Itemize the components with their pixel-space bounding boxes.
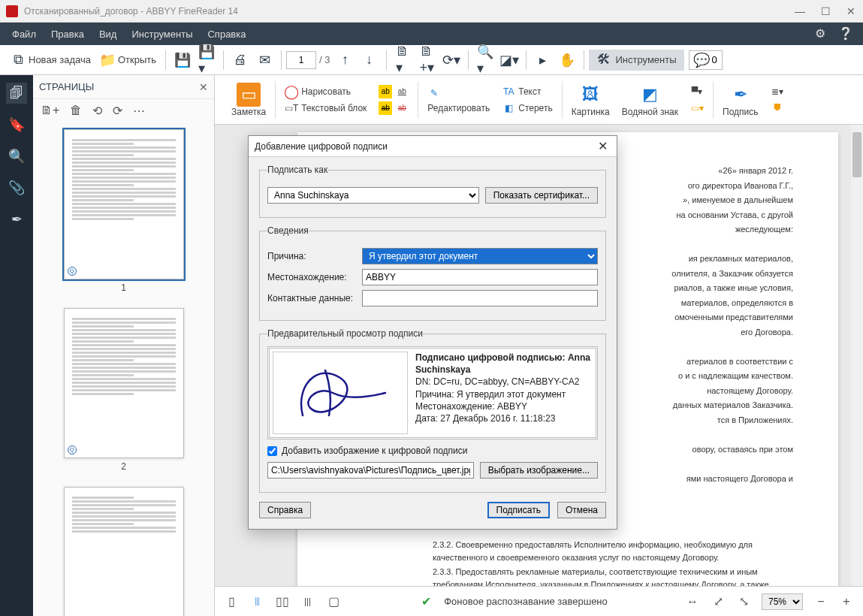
- close-button[interactable]: ✕: [845, 5, 857, 17]
- contact-input[interactable]: [362, 290, 598, 306]
- reason-select[interactable]: Я утвердил этот документ: [362, 248, 598, 264]
- save-button[interactable]: 💾: [170, 50, 195, 71]
- ribbon-watermark[interactable]: ◩ Водяной знак: [616, 77, 684, 122]
- rail-pages[interactable]: 🗐: [6, 83, 27, 104]
- ribbon-header-footer[interactable]: ▀▾: [690, 85, 704, 98]
- arrow-up-icon: ↑: [338, 53, 353, 68]
- add-blank-button[interactable]: 🗎+▾: [415, 50, 439, 71]
- vertical-scrollbar[interactable]: [851, 125, 863, 586]
- page-rotate-right-icon[interactable]: ⟳: [113, 104, 122, 118]
- doc-line: 2.3.2. Своевременно предоставлять Исполн…: [433, 539, 793, 563]
- ribbon-edit[interactable]: ✎: [427, 86, 490, 100]
- zoom-in-icon[interactable]: +: [839, 594, 854, 609]
- view-book-icon[interactable]: ⫼: [300, 594, 315, 609]
- zoom-out-icon[interactable]: −: [813, 594, 828, 609]
- maximize-button[interactable]: ☐: [819, 5, 831, 17]
- strike-highlight-icon[interactable]: ab: [379, 101, 392, 115]
- group-sign-as-label: Подписать как: [267, 165, 327, 175]
- location-label: Местонахождение:: [267, 272, 356, 282]
- strike-icon[interactable]: ab: [395, 101, 409, 115]
- search-icon: 🔍▾: [478, 53, 493, 68]
- page-delete-icon[interactable]: 🗑: [70, 104, 82, 117]
- text-icon: TA: [502, 85, 515, 98]
- edit-icon: ✎: [427, 86, 441, 100]
- show-certificate-button[interactable]: Показать сертификат...: [485, 187, 598, 204]
- rotate-button[interactable]: ⟳▾: [439, 50, 463, 71]
- ribbon-arrange[interactable]: ≣▾: [771, 85, 784, 98]
- new-task-button[interactable]: ⧉Новая задача: [6, 50, 95, 71]
- rail-bookmarks[interactable]: 🔖: [6, 114, 27, 135]
- page-more-icon[interactable]: ⋯: [133, 104, 145, 118]
- minimize-button[interactable]: —: [794, 5, 806, 17]
- cancel-button[interactable]: Отмена: [557, 502, 606, 518]
- ribbon-background[interactable]: ▭▾: [690, 101, 704, 115]
- fit-width-icon[interactable]: ↔: [685, 594, 700, 609]
- open-button[interactable]: 📁Открыть: [95, 50, 161, 71]
- menu-edit[interactable]: Правка: [44, 24, 92, 44]
- ribbon-text[interactable]: TAТекст: [502, 85, 552, 98]
- hand-button[interactable]: ✋: [555, 50, 579, 71]
- view-facing-icon[interactable]: ▯▯: [275, 594, 290, 609]
- choose-image-button[interactable]: Выбрать изображение...: [480, 462, 598, 479]
- page-count: / 3: [316, 54, 333, 65]
- dialog-close-icon[interactable]: ✕: [595, 139, 611, 153]
- page-rotate-left-icon[interactable]: ⟲: [92, 104, 102, 118]
- add-image-checkbox[interactable]: [267, 446, 277, 456]
- note-icon: ▭: [237, 83, 261, 107]
- tools-panel-button[interactable]: 🛠Инструменты: [589, 50, 684, 71]
- comments-counter[interactable]: 💬0: [689, 50, 723, 70]
- ribbon-picture[interactable]: 🖼 Картинка: [566, 77, 616, 122]
- ribbon-draw[interactable]: ◯Нарисовать: [285, 85, 367, 98]
- ribbon-note[interactable]: ▭ Заметка: [225, 77, 272, 122]
- fit-page-icon[interactable]: ⤢: [711, 594, 726, 609]
- sign-button[interactable]: Подписать: [487, 502, 550, 518]
- rail-search[interactable]: 🔍: [6, 146, 27, 167]
- stamp-button[interactable]: ◪▾: [497, 50, 521, 71]
- save-as-button[interactable]: 💾▾: [195, 50, 219, 71]
- rail-signatures[interactable]: ✒: [6, 209, 27, 230]
- menu-tools[interactable]: Инструменты: [124, 24, 200, 44]
- page-down-button[interactable]: ↓: [358, 50, 382, 71]
- rotate-icon: ⟳▾: [444, 53, 459, 68]
- page-up-button[interactable]: ↑: [333, 50, 358, 71]
- image-path-input[interactable]: [267, 462, 474, 479]
- pointer-button[interactable]: ▸: [531, 50, 555, 71]
- page-thumb-1[interactable]: Q: [64, 129, 184, 279]
- highlight-icon[interactable]: ab: [379, 85, 392, 98]
- zoom-select[interactable]: 75%: [762, 593, 803, 610]
- menu-file[interactable]: Файл: [5, 24, 44, 44]
- preview-date: Дата: 27 Декабрь 2016 г. 11:18:23: [415, 412, 593, 424]
- scrollbar-thumb[interactable]: [852, 132, 861, 177]
- ribbon-erase[interactable]: ◧Стереть: [502, 101, 552, 115]
- view-continuous-icon[interactable]: ⫴: [249, 594, 264, 609]
- print-button[interactable]: 🖨: [228, 50, 252, 71]
- menu-view[interactable]: Вид: [92, 24, 125, 44]
- mail-button[interactable]: ✉: [252, 50, 276, 71]
- hand-icon: ✋: [560, 53, 575, 68]
- help-icon[interactable]: ❔: [836, 24, 855, 44]
- signer-select[interactable]: Anna Suchinskaya: [267, 187, 479, 204]
- rail-attachments[interactable]: 📎: [6, 177, 27, 198]
- find-button[interactable]: 🔍▾: [473, 50, 497, 71]
- actual-size-icon[interactable]: ⤡: [736, 594, 751, 609]
- underline-icon[interactable]: ab: [395, 85, 409, 98]
- location-input[interactable]: [362, 269, 598, 285]
- page-add-icon[interactable]: 🗎+: [41, 104, 59, 117]
- pages-panel-close[interactable]: ✕: [199, 81, 208, 93]
- dialog-help-button[interactable]: Справка: [259, 502, 311, 518]
- ribbon-text-block[interactable]: ▭TТекстовый блок: [285, 101, 367, 115]
- page-number-input[interactable]: [286, 51, 316, 69]
- view-fullscreen-icon[interactable]: ▢: [326, 594, 341, 609]
- page-thumb-2[interactable]: Q: [64, 308, 184, 458]
- preview-location: Местонахождение: ABBYY: [415, 400, 593, 412]
- ribbon-signature[interactable]: ✒ Подпись: [717, 77, 765, 122]
- gear-icon[interactable]: ⚙: [810, 24, 830, 44]
- view-single-icon[interactable]: ▯: [224, 594, 239, 609]
- ribbon-protect[interactable]: ⛊: [771, 101, 784, 115]
- ribbon-draw-label: Нарисовать: [301, 86, 351, 97]
- page-add-icon: 🗎▾: [396, 53, 411, 68]
- left-rail: 🗐 🔖 🔍 📎 ✒: [0, 75, 33, 616]
- add-page-button[interactable]: 🗎▾: [391, 50, 415, 71]
- menu-help[interactable]: Справка: [200, 24, 253, 44]
- page-thumb-3[interactable]: [64, 487, 184, 616]
